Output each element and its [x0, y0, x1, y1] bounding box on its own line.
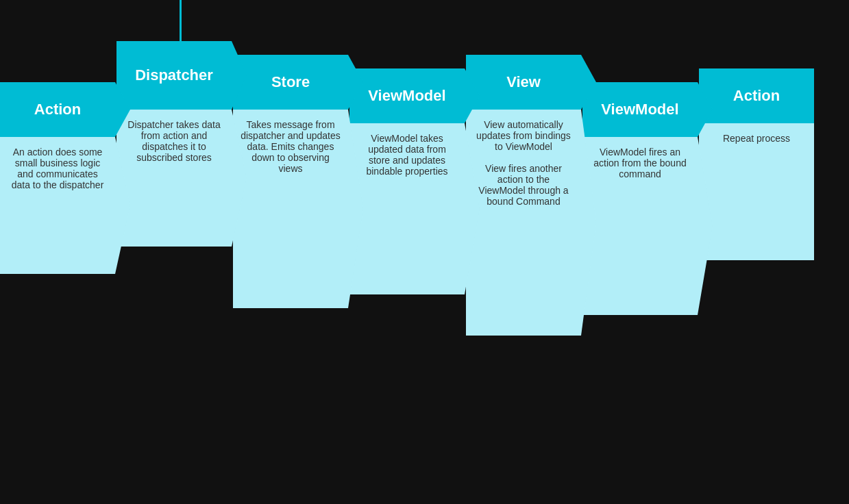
step-action-2: Action Repeat process — [699, 68, 814, 260]
step-action-1: Action An action does some small busines… — [0, 82, 115, 274]
step-body-viewmodel-2: ViewModel fires an action from the bound… — [582, 137, 698, 315]
step-store: Store Takes message from dispatcher and … — [233, 55, 348, 308]
diagram-container: Action An action does some small busines… — [0, 0, 849, 504]
step-viewmodel-1: ViewModel ViewModel takes updated data f… — [349, 68, 465, 294]
step-header-viewmodel-2: ViewModel — [582, 82, 698, 137]
step-header-action-1: Action — [0, 82, 115, 137]
step-header-store: Store — [233, 55, 348, 110]
step-viewmodel-2: ViewModel ViewModel fires an action from… — [582, 82, 698, 315]
step-view: View View automatically updates from bin… — [466, 55, 581, 336]
step-header-action-2: Action — [699, 68, 814, 123]
step-header-viewmodel-1: ViewModel — [349, 68, 465, 123]
step-body-store: Takes message from dispatcher and update… — [233, 110, 348, 308]
step-body-action-1: An action does some small business logic… — [0, 137, 115, 274]
step-dispatcher: Dispatcher Dispatcher takes data from ac… — [116, 41, 232, 247]
step-header-dispatcher: Dispatcher — [116, 41, 232, 110]
step-body-action-2: Repeat process — [699, 123, 814, 260]
step-body-dispatcher: Dispatcher takes data from action and di… — [116, 110, 232, 247]
step-body-viewmodel-1: ViewModel takes updated data from store … — [349, 123, 465, 294]
step-header-view: View — [466, 55, 581, 110]
steps-wrapper: Action An action does some small busines… — [0, 41, 814, 336]
step-body-view: View automatically updates from bindings… — [466, 110, 581, 336]
